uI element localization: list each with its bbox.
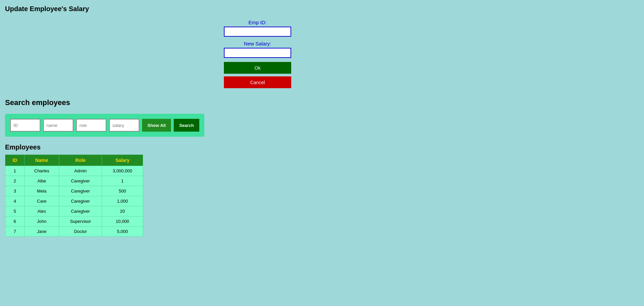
search-id-input[interactable]	[10, 119, 40, 132]
cell-role: Caregiver	[59, 206, 102, 216]
cell-id: 1	[5, 166, 25, 176]
new-salary-label: New Salary:	[244, 41, 271, 46]
cell-name: Charles	[25, 166, 59, 176]
ok-button[interactable]: Ok	[224, 62, 291, 74]
cell-salary: 3,000,000	[102, 166, 143, 176]
cell-id: 3	[5, 186, 25, 196]
cell-id: 7	[5, 227, 25, 237]
search-bar-container: Show All Search	[5, 114, 204, 137]
emp-id-label: Emp ID:	[248, 20, 267, 25]
update-form: Emp ID: New Salary: Ok Cancel	[207, 20, 308, 88]
cell-name: Mela	[25, 186, 59, 196]
cell-role: Doctor	[59, 227, 102, 237]
show-all-button[interactable]: Show All	[142, 119, 171, 132]
new-salary-input[interactable]	[224, 48, 291, 58]
search-role-input[interactable]	[76, 119, 106, 132]
cell-id: 4	[5, 196, 25, 206]
cell-name: Albe	[25, 176, 59, 186]
employees-title: Employees	[5, 143, 639, 151]
cell-salary: 10,000	[102, 216, 143, 227]
cell-id: 6	[5, 216, 25, 227]
page-title: Update Employee's Salary	[5, 5, 639, 13]
cancel-button[interactable]: Cancel	[224, 76, 291, 88]
table-row: 1CharlesAdmin3,000,000	[5, 166, 143, 176]
col-header-role: Role	[59, 155, 102, 166]
table-row: 6JohnSupervisor10,000	[5, 216, 143, 227]
search-name-input[interactable]	[43, 119, 73, 132]
cell-id: 5	[5, 206, 25, 216]
cell-salary: 5,000	[102, 227, 143, 237]
cell-role: Caregiver	[59, 186, 102, 196]
table-header-row: ID Name Role Salary	[5, 155, 143, 166]
employees-table: ID Name Role Salary 1CharlesAdmin3,000,0…	[5, 155, 143, 237]
table-row: 2AlbeCaregiver1	[5, 176, 143, 186]
col-header-id: ID	[5, 155, 25, 166]
cell-role: Caregiver	[59, 176, 102, 186]
cell-name: Jane	[25, 227, 59, 237]
col-header-salary: Salary	[102, 155, 143, 166]
cell-name: Care	[25, 196, 59, 206]
table-row: 7JaneDoctor5,000	[5, 227, 143, 237]
cell-id: 2	[5, 176, 25, 186]
table-row: 4CareCaregiver1,000	[5, 196, 143, 206]
cell-role: Admin	[59, 166, 102, 176]
cell-salary: 1,000	[102, 196, 143, 206]
cell-role: Caregiver	[59, 196, 102, 206]
cell-salary: 20	[102, 206, 143, 216]
search-section-title: Search employees	[5, 98, 639, 107]
emp-id-input[interactable]	[224, 27, 291, 37]
cell-name: Alex	[25, 206, 59, 216]
cell-role: Supervisor	[59, 216, 102, 227]
cell-salary: 1	[102, 176, 143, 186]
cell-salary: 500	[102, 186, 143, 196]
table-row: 3MelaCaregiver500	[5, 186, 143, 196]
cell-name: John	[25, 216, 59, 227]
search-salary-input[interactable]	[109, 119, 139, 132]
col-header-name: Name	[25, 155, 59, 166]
table-row: 5AlexCaregiver20	[5, 206, 143, 216]
search-button[interactable]: Search	[174, 119, 199, 132]
